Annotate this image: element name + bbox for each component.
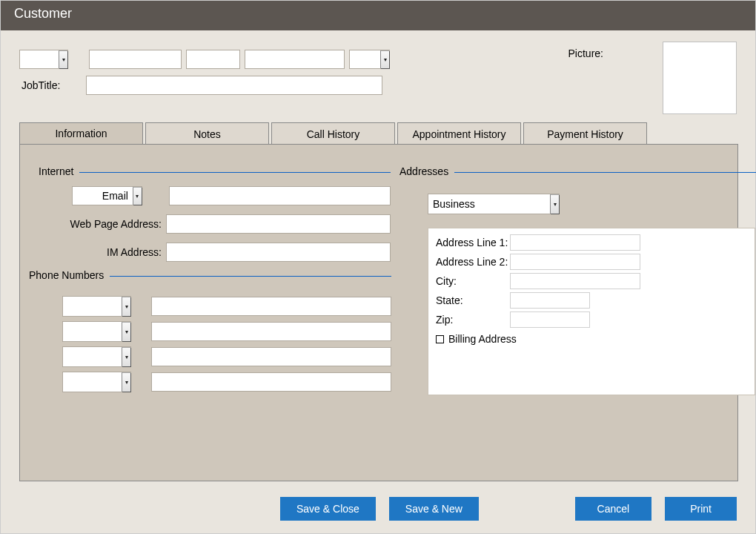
save-close-button[interactable]: Save & Close — [280, 497, 376, 521]
dropdown-icon[interactable] — [133, 187, 142, 205]
phone-type-combo[interactable] — [62, 372, 131, 392]
group-divider — [454, 172, 756, 173]
suffix-field[interactable] — [349, 50, 390, 69]
print-button[interactable]: Print — [665, 497, 737, 521]
dropdown-icon[interactable] — [380, 50, 389, 68]
customer-form-window: Customer JobTitle: Picture: — [0, 0, 756, 534]
cancel-button[interactable]: Cancel — [575, 497, 652, 521]
address-type-combo[interactable]: Business — [428, 194, 560, 214]
webpage-field[interactable] — [166, 214, 391, 234]
address-type-value: Business — [433, 198, 475, 210]
email-type-value: Email — [102, 190, 128, 202]
phone-number-field[interactable] — [151, 347, 391, 366]
state-field[interactable] — [510, 292, 590, 309]
address-line1-label: Address Line 1: — [436, 237, 510, 248]
jobtitle-field[interactable] — [86, 76, 382, 95]
phone-number-field[interactable] — [151, 297, 391, 316]
tab-notes[interactable]: Notes — [145, 122, 269, 145]
dropdown-icon[interactable] — [122, 347, 130, 366]
dropdown-icon[interactable] — [122, 297, 130, 316]
window-title: Customer — [1, 1, 755, 30]
header-fields: JobTitle: — [1, 49, 755, 95]
picture-box[interactable] — [663, 42, 737, 114]
tab-call-history[interactable]: Call History — [271, 122, 395, 145]
group-divider — [79, 172, 391, 173]
dropdown-icon[interactable] — [122, 372, 130, 392]
address-line2-label: Address Line 2: — [436, 256, 510, 268]
phone-number-field[interactable] — [151, 372, 391, 392]
save-new-button[interactable]: Save & New — [389, 497, 479, 521]
im-label: IM Address: — [39, 246, 166, 258]
phone-group: Phone Numbers — [29, 269, 391, 392]
picture-label: Picture: — [568, 47, 603, 59]
footer-buttons: Save & Close Save & New Cancel Print — [1, 497, 755, 524]
internet-group-label: Internet — [39, 165, 73, 177]
tab-information[interactable]: Information — [19, 122, 143, 145]
phone-group-label: Phone Numbers — [29, 269, 104, 281]
zip-field[interactable] — [510, 312, 590, 328]
webpage-label: Web Page Address: — [39, 218, 166, 230]
dropdown-icon[interactable] — [59, 50, 67, 68]
phone-number-field[interactable] — [151, 322, 391, 341]
tabstrip: Information Notes Call History Appointme… — [19, 122, 755, 145]
first-name-field[interactable] — [89, 50, 182, 69]
address-line1-field[interactable] — [510, 234, 640, 251]
zip-label: Zip: — [436, 314, 510, 326]
phone-type-combo[interactable] — [62, 296, 131, 317]
internet-group: Internet Email Web Page Address: IM Addr… — [39, 165, 391, 262]
last-name-field[interactable] — [245, 50, 345, 69]
phone-type-combo[interactable] — [62, 346, 131, 367]
jobtitle-label: JobTitle: — [19, 79, 86, 91]
city-field[interactable] — [510, 273, 640, 289]
city-label: City: — [436, 275, 510, 287]
billing-address-label: Billing Address — [448, 333, 517, 345]
group-divider — [110, 276, 391, 277]
dropdown-icon[interactable] — [122, 322, 130, 341]
dropdown-icon[interactable] — [550, 194, 559, 214]
address-line2-field[interactable] — [510, 254, 640, 270]
billing-address-checkbox[interactable] — [436, 335, 444, 343]
im-address-field[interactable] — [166, 243, 391, 262]
tab-appointment-history[interactable]: Appointment History — [397, 122, 521, 145]
email-field[interactable] — [169, 186, 391, 205]
state-label: State: — [436, 294, 510, 306]
middle-name-field[interactable] — [186, 50, 240, 69]
addresses-group-label: Addresses — [399, 165, 448, 177]
address-panel: Address Line 1: Address Line 2: City: St… — [428, 228, 755, 395]
email-type-combo[interactable]: Email — [72, 186, 142, 205]
addresses-group: Addresses Business Address Line 1: Addre… — [399, 165, 756, 395]
tab-payment-history[interactable]: Payment History — [523, 122, 647, 145]
prefix-field[interactable] — [19, 50, 68, 69]
tab-body-information: Internet Email Web Page Address: IM Addr… — [19, 144, 738, 481]
phone-type-combo[interactable] — [62, 321, 131, 342]
